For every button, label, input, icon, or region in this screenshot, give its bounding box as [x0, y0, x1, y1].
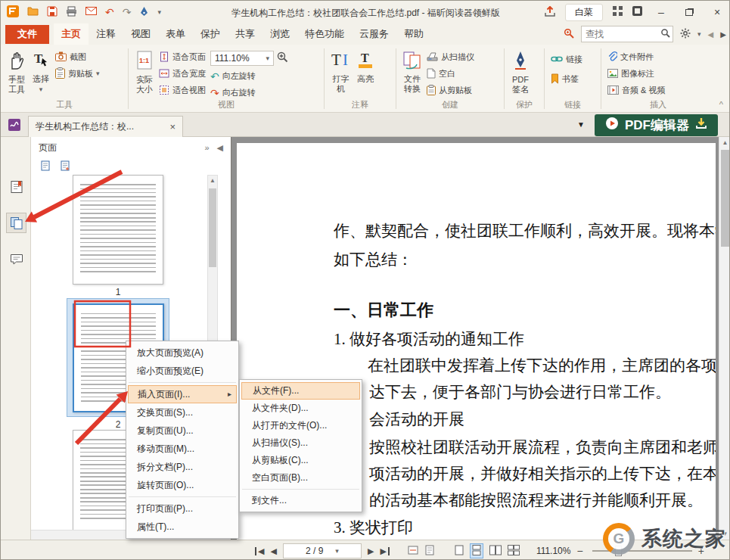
- zoom-level-dropdown[interactable]: 111.10% ▾: [210, 51, 274, 66]
- zoom-in-icon[interactable]: [277, 51, 288, 65]
- rotate-left-button[interactable]: ↶ 向左旋转: [210, 70, 288, 82]
- menu-item-properties[interactable]: 属性(T)...: [126, 518, 238, 536]
- link-button[interactable]: 链接: [551, 53, 582, 66]
- audio-video-button[interactable]: 音频 & 视频: [607, 84, 665, 97]
- tab-comment[interactable]: 注释: [89, 23, 123, 45]
- bookmarks-panel-icon[interactable]: [6, 176, 26, 197]
- from-scanner-button[interactable]: 从扫描仪: [427, 51, 474, 64]
- tab-features[interactable]: 特色功能: [297, 23, 352, 45]
- save-icon[interactable]: [47, 6, 57, 19]
- document-tab[interactable]: 学生机构工作总结：校... ×: [28, 116, 183, 137]
- rotate-right-button[interactable]: ↷ 向右旋转: [210, 86, 288, 99]
- submenu-item-from-scanner[interactable]: 从扫描仪(S)...: [240, 434, 362, 452]
- menu-item-split-document[interactable]: 拆分文档(P)...: [126, 458, 238, 476]
- single-page-view-icon[interactable]: [455, 545, 464, 558]
- apps-grid-icon[interactable]: [613, 6, 623, 18]
- ribbon-collapse-icon[interactable]: ^: [719, 100, 723, 109]
- last-page-icon[interactable]: ▶: [380, 547, 389, 555]
- settings-gear-icon[interactable]: [680, 28, 691, 41]
- fit-width-button[interactable]: 适合宽度: [159, 67, 206, 80]
- signature-panel-icon[interactable]: [8, 118, 21, 134]
- ink-signature-icon[interactable]: [139, 6, 149, 19]
- settings-caret-icon[interactable]: ▾: [697, 31, 701, 38]
- tab-help[interactable]: 帮助: [396, 23, 431, 45]
- scrollbar-thumb[interactable]: [721, 150, 729, 247]
- tab-cloud[interactable]: 云服务: [352, 23, 396, 45]
- first-page-icon[interactable]: ◀: [255, 547, 264, 555]
- enlarge-thumbnail-icon[interactable]: [60, 160, 70, 173]
- page-thumbnail-1[interactable]: [73, 175, 163, 285]
- qat-customize-caret-icon[interactable]: ▾: [157, 9, 161, 16]
- tab-form[interactable]: 表单: [158, 23, 193, 45]
- comments-panel-icon[interactable]: [6, 249, 26, 269]
- menu-item-swap-pages[interactable]: 交换页面(S)...: [126, 403, 238, 422]
- tab-list-caret-icon[interactable]: ▼: [577, 120, 585, 129]
- pages-panel-icon[interactable]: [6, 213, 26, 233]
- blank-page-button[interactable]: 空白: [427, 67, 474, 80]
- panel-collapse-icon[interactable]: ◀: [217, 143, 223, 153]
- menu-item-move-pages[interactable]: 移动页面(M)...: [126, 440, 238, 458]
- zoom-out-button[interactable]: −: [576, 546, 582, 556]
- submenu-item-blank-page[interactable]: 空白页面(B)...: [240, 469, 362, 487]
- scroll-up-icon[interactable]: ▲: [719, 137, 730, 148]
- tab-share[interactable]: 共享: [228, 23, 262, 45]
- share-icon[interactable]: [545, 6, 555, 19]
- file-attachment-button[interactable]: 文件附件: [607, 51, 665, 64]
- tab-view[interactable]: 视图: [123, 23, 158, 45]
- zoom-search-icon[interactable]: [564, 28, 574, 41]
- account-button[interactable]: 白菜: [565, 4, 603, 21]
- minimize-button[interactable]: –: [652, 7, 670, 17]
- clipboard-button[interactable]: 剪贴板 ▾: [55, 67, 100, 80]
- menu-item-insert-pages[interactable]: 插入页面(I)... ▸: [128, 385, 237, 403]
- image-annotation-button[interactable]: 图像标注: [607, 67, 665, 80]
- theme-icon[interactable]: [632, 6, 642, 18]
- convert-button[interactable]: 文件转换: [402, 48, 422, 100]
- actual-size-status-icon[interactable]: [424, 545, 435, 558]
- pdf-editor-banner[interactable]: PDF编辑器: [595, 114, 718, 136]
- close-button[interactable]: ×: [708, 7, 726, 17]
- menu-item-duplicate-pages[interactable]: 复制页面(U)...: [126, 422, 238, 440]
- submenu-item-from-file[interactable]: 从文件(F)...: [241, 382, 360, 400]
- continuous-view-icon[interactable]: [470, 543, 483, 558]
- previous-page-icon[interactable]: ◀: [270, 547, 276, 555]
- redo-icon[interactable]: ↷: [123, 7, 132, 17]
- menu-item-shrink-preview[interactable]: 缩小页面预览(E): [126, 362, 238, 380]
- open-file-icon[interactable]: [27, 6, 39, 18]
- submenu-item-from-clipboard[interactable]: 从剪贴板(C)...: [240, 452, 362, 469]
- restore-button[interactable]: [680, 7, 698, 17]
- print-icon[interactable]: [66, 6, 77, 19]
- search-icon[interactable]: [660, 28, 670, 40]
- file-menu-button[interactable]: 文件: [5, 25, 49, 44]
- page-indicator[interactable]: 2 / 9 ▾: [283, 543, 362, 558]
- fit-width-status-icon[interactable]: [408, 545, 418, 558]
- tab-browse[interactable]: 浏览: [262, 23, 297, 45]
- tab-protect[interactable]: 保护: [193, 23, 228, 45]
- fit-visible-button[interactable]: 适合视图: [159, 84, 206, 97]
- menu-item-print-pages[interactable]: 打印页面(P)...: [126, 499, 238, 518]
- typewriter-button[interactable]: TI 打字机: [331, 48, 351, 100]
- facing-view-icon[interactable]: [489, 545, 502, 558]
- search-input[interactable]: [582, 29, 660, 39]
- highlight-button[interactable]: T 高亮: [356, 48, 375, 100]
- continuous-facing-view-icon[interactable]: [508, 545, 520, 558]
- email-icon[interactable]: [85, 7, 97, 17]
- page-prev-arrow-icon[interactable]: ◀: [708, 30, 714, 39]
- fit-page-button[interactable]: 适合页面: [159, 51, 206, 64]
- menu-item-rotate-pages[interactable]: 旋转页面(O)...: [126, 476, 238, 494]
- menu-item-enlarge-preview[interactable]: 放大页面预览(A): [126, 344, 238, 362]
- bookmark-button[interactable]: 书签: [551, 73, 582, 86]
- tab-home[interactable]: 主页: [54, 23, 89, 45]
- submenu-item-to-file[interactable]: 到文件...: [240, 492, 362, 509]
- snapshot-button[interactable]: 截图: [55, 51, 100, 64]
- scrollbar-thumb[interactable]: [209, 188, 216, 267]
- submenu-item-from-folder[interactable]: 从文件夹(D)...: [240, 400, 362, 417]
- tab-close-icon[interactable]: ×: [169, 121, 176, 132]
- page-next-arrow-icon[interactable]: ▶: [720, 30, 726, 39]
- select-tool-button[interactable]: T 选择 ▾: [31, 48, 51, 100]
- undo-icon[interactable]: ↶: [105, 7, 114, 17]
- shrink-thumbnail-icon[interactable]: [40, 160, 51, 173]
- actual-size-button[interactable]: 1:1 实际大小: [135, 48, 154, 100]
- next-page-icon[interactable]: ▶: [368, 547, 374, 555]
- hand-tool-button[interactable]: 手型工具: [7, 48, 26, 100]
- panel-expand-icon[interactable]: »: [204, 143, 209, 153]
